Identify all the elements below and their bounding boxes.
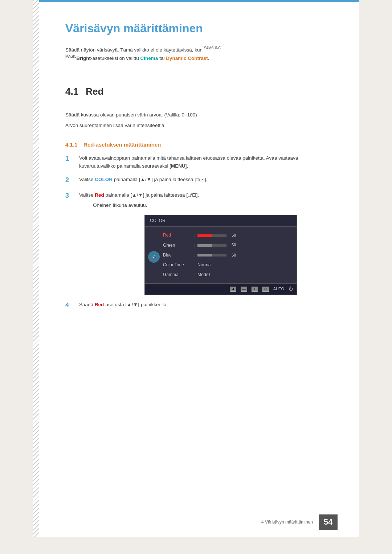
osd-bar-green-container: 50 <box>197 242 236 249</box>
osd-btn-enter[interactable]: ⊡ <box>262 287 269 292</box>
step-3-subtext: Oheinen ikkuna avautuu. <box>93 201 297 209</box>
section-number: 4.1 <box>65 86 78 97</box>
page-title: Värisävyn määrittäminen <box>65 22 330 35</box>
osd-bar-blue-container: 50 <box>197 252 236 259</box>
red-keyword-4: Red <box>95 302 104 307</box>
step-3-text: Valitse Red painamalla [▲/▼] ja paina la… <box>79 192 199 198</box>
osd-value-red: 50 <box>229 232 236 239</box>
osd-body: Red : 50 <box>145 227 297 283</box>
step-3-number: 3 <box>65 190 76 201</box>
osd-icon-column <box>145 230 163 280</box>
osd-bar-fill-blue <box>197 254 212 257</box>
color-keyword: COLOR <box>95 177 113 182</box>
cinema-link: Cinema <box>140 56 158 61</box>
osd-menu-column: Red : 50 <box>163 230 297 280</box>
svg-point-4 <box>153 257 154 258</box>
step-3-content: Valitse Red painamalla [▲/▼] ja paina la… <box>79 191 297 295</box>
osd-item-colortone: Color Tone : Normal <box>163 260 293 270</box>
osd-label-blue: Blue <box>163 252 192 259</box>
osd-bar-fill-red <box>197 234 212 237</box>
intro-paragraph: Säädä näytön värisävyä. Tämä valikko ei … <box>65 45 330 62</box>
osd-label-red: Red <box>163 232 192 239</box>
osd-btn-left[interactable]: ◄ <box>230 287 236 292</box>
svg-point-2 <box>154 255 155 256</box>
subsection-spacer <box>79 141 82 148</box>
step-1-number: 1 <box>65 153 76 164</box>
menu-keyword: MENU <box>171 163 185 169</box>
osd-label-gamma: Gamma <box>163 271 192 278</box>
section-title: Red <box>86 86 103 97</box>
svg-point-1 <box>152 256 153 257</box>
osd-power-icon: ⏻ <box>289 286 293 292</box>
subsection-title: Red-asetuksen määrittäminen <box>83 141 161 148</box>
step-3: 3 Valitse Red painamalla [▲/▼] ja paina … <box>65 191 330 295</box>
osd-item-red: Red : 50 <box>163 230 293 240</box>
intro-suffix: -asetukseksi on valittu <box>91 56 140 61</box>
osd-item-green: Green : 50 <box>163 241 293 250</box>
section-heading: 4.1Red <box>65 86 330 97</box>
osd-color-icon <box>148 251 160 263</box>
osd-bar-red <box>197 234 226 237</box>
osd-value-gamma: Mode1 <box>197 271 211 278</box>
step-4-number: 4 <box>65 300 76 311</box>
top-bar <box>39 0 359 2</box>
red-keyword: Red <box>95 192 104 198</box>
osd-label-green: Green <box>163 242 192 249</box>
osd-container: COLOR <box>144 215 297 295</box>
body-para-1: Säädä kuvassa olevan punaisen värin arvo… <box>65 111 330 119</box>
osd-item-blue: Blue : 50 <box>163 250 293 260</box>
step-2-text: Valitse COLOR painamalla [▲/▼] ja paina … <box>79 176 330 184</box>
step-2-number: 2 <box>65 175 76 185</box>
osd-bottom-bar: ◄ — + ⊡ AUT <box>145 283 297 294</box>
steps-list: 1 Voit avata avainoppaan painamalla mitä… <box>65 154 330 310</box>
body-para-2: Arvon suurentaminen lisää värin intensit… <box>65 122 330 130</box>
page-footer: 4 Värisävyn määrittäminen 54 <box>261 514 338 530</box>
osd-title: COLOR <box>150 218 166 223</box>
step-4: 4 Säädä Red-asetusta [▲/▼]-painikkeella. <box>65 301 330 311</box>
bright-text: Bright <box>76 56 91 61</box>
osd-btn-plus[interactable]: + <box>252 287 258 292</box>
left-stripe <box>33 0 39 537</box>
footer-page-number: 54 <box>319 514 338 530</box>
osd-item-gamma: Gamma : Mode1 <box>163 270 293 280</box>
intro-or: tai <box>158 56 166 61</box>
subsection-number: 4.1.1 <box>65 141 77 148</box>
page-container: Värisävyn määrittäminen Säädä näytön vär… <box>33 0 359 537</box>
content-area: Värisävyn määrittäminen Säädä näytön vär… <box>65 22 330 310</box>
step-1: 1 Voit avata avainoppaan painamalla mitä… <box>65 154 330 170</box>
osd-value-green: 50 <box>229 242 236 249</box>
osd-value-colortone: Normal <box>197 262 212 268</box>
osd-bar-green <box>197 244 226 247</box>
step-4-text: Säädä Red-asetusta [▲/▼]-painikkeella. <box>79 301 330 309</box>
subsection-heading: 4.1.1 Red-asetuksen määrittäminen <box>65 141 330 148</box>
osd-auto-text: AUTO <box>273 286 284 292</box>
osd-label-colortone: Color Tone <box>163 262 192 268</box>
osd-title-bar: COLOR <box>145 215 297 227</box>
osd-bar-blue <box>197 254 226 257</box>
svg-point-3 <box>155 257 156 258</box>
osd-value-blue: 50 <box>229 252 236 259</box>
footer-chapter-text: 4 Värisävyn määrittäminen <box>261 520 313 525</box>
osd-bar-red-container: 50 <box>197 232 236 239</box>
dynamic-contrast-link: Dynamic Contrast <box>166 56 208 61</box>
osd-btn-minus[interactable]: — <box>241 287 247 292</box>
osd-box: COLOR <box>144 215 297 295</box>
intro-text-before: Säädä näytön värisävyä. Tämä valikko ei … <box>65 47 204 53</box>
palette-icon <box>150 253 158 260</box>
osd-bar-fill-green <box>197 244 212 247</box>
step-2: 2 Valitse COLOR painamalla [▲/▼] ja pain… <box>65 176 330 185</box>
svg-point-0 <box>151 254 157 260</box>
step-1-text: Voit avata avainoppaan painamalla mitä t… <box>79 154 330 170</box>
